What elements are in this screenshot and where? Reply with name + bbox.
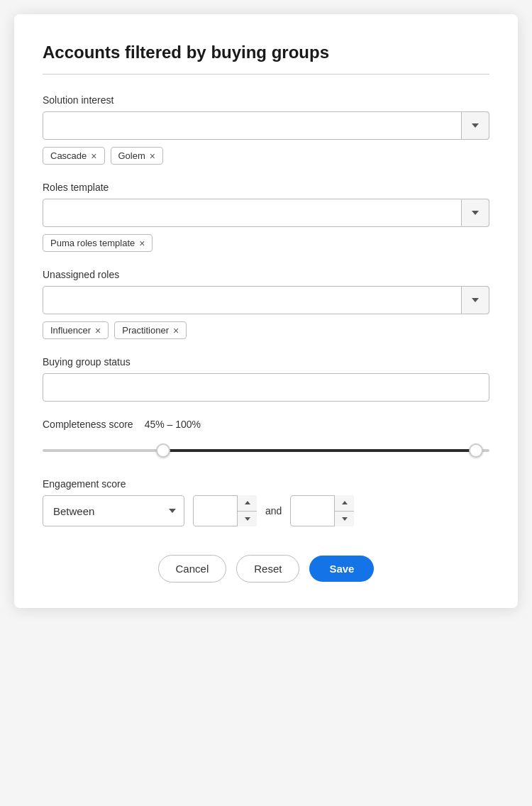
- chevron-down-icon: [472, 211, 479, 215]
- engagement-operator-wrapper: Between Less than Greater than Equal to: [43, 495, 184, 526]
- modal-title: Accounts filtered by buying groups: [43, 43, 489, 62]
- unassigned-roles-tags: Influencer × Practitioner ×: [43, 321, 489, 339]
- tag-golem: Golem ×: [111, 147, 163, 165]
- roles-template-select-wrapper: [43, 199, 489, 227]
- tag-puma: Puma roles template ×: [43, 234, 153, 252]
- arrow-down-icon: [342, 517, 348, 521]
- roles-template-group: Roles template Puma roles template ×: [43, 182, 489, 252]
- buying-group-status-label: Buying group status: [43, 356, 489, 368]
- completeness-score-header: Completeness score 45% – 100%: [43, 419, 489, 430]
- engagement-score-group: Engagement score Between Less than Great…: [43, 478, 489, 526]
- slider-thumb-max[interactable]: [469, 443, 483, 458]
- engagement-value2-increment[interactable]: [335, 495, 354, 512]
- save-button[interactable]: Save: [309, 556, 374, 582]
- tag-golem-label: Golem: [118, 150, 145, 161]
- solution-interest-group: Solution interest Cascade × Golem ×: [43, 94, 489, 165]
- slider-fill: [163, 449, 476, 452]
- and-label: and: [265, 505, 282, 517]
- unassigned-roles-label: Unassigned roles: [43, 269, 489, 280]
- solution-interest-label: Solution interest: [43, 94, 489, 106]
- arrow-up-icon: [245, 501, 250, 504]
- engagement-value1-decrement[interactable]: [238, 512, 257, 527]
- roles-template-input[interactable]: [43, 199, 489, 227]
- solution-interest-chevron-button[interactable]: [461, 111, 489, 140]
- engagement-value1-wrapper: [193, 495, 257, 526]
- tag-influencer-label: Influencer: [50, 325, 91, 336]
- buying-group-status-input[interactable]: [43, 373, 489, 402]
- tag-golem-remove[interactable]: ×: [150, 151, 155, 161]
- arrow-up-icon: [342, 501, 348, 504]
- engagement-score-label: Engagement score: [43, 478, 489, 490]
- chevron-down-icon: [472, 123, 479, 128]
- completeness-score-label: Completeness score: [43, 419, 133, 430]
- engagement-score-row: Between Less than Greater than Equal to: [43, 495, 489, 526]
- unassigned-roles-select-wrapper: [43, 286, 489, 314]
- solution-interest-tags: Cascade × Golem ×: [43, 147, 489, 165]
- unassigned-roles-input[interactable]: [43, 286, 489, 314]
- roles-template-tags: Puma roles template ×: [43, 234, 489, 252]
- completeness-score-group: Completeness score 45% – 100%: [43, 419, 489, 461]
- tag-practitioner: Practitioner ×: [114, 321, 187, 339]
- solution-interest-select-wrapper: [43, 111, 489, 140]
- slider-thumb-min[interactable]: [156, 443, 170, 458]
- unassigned-roles-chevron-button[interactable]: [461, 286, 489, 314]
- tag-influencer-remove[interactable]: ×: [95, 326, 101, 336]
- tag-influencer: Influencer ×: [43, 321, 109, 339]
- divider: [43, 74, 489, 74]
- tag-cascade-remove[interactable]: ×: [91, 151, 96, 161]
- reset-button[interactable]: Reset: [236, 555, 299, 583]
- engagement-operator-select[interactable]: Between Less than Greater than Equal to: [43, 495, 184, 526]
- unassigned-roles-group: Unassigned roles Influencer × Practition…: [43, 269, 489, 339]
- modal-container: Accounts filtered by buying groups Solut…: [14, 14, 518, 608]
- roles-template-label: Roles template: [43, 182, 489, 193]
- cancel-button[interactable]: Cancel: [158, 555, 227, 583]
- engagement-value1-increment[interactable]: [238, 495, 257, 512]
- engagement-value2-steppers: [334, 495, 354, 526]
- completeness-score-slider[interactable]: [43, 440, 489, 461]
- solution-interest-input[interactable]: [43, 111, 489, 140]
- engagement-value2-decrement[interactable]: [335, 512, 354, 527]
- chevron-down-icon: [472, 298, 479, 302]
- tag-cascade-label: Cascade: [50, 150, 87, 161]
- completeness-score-range: 45% – 100%: [145, 419, 201, 430]
- buying-group-status-group: Buying group status: [43, 356, 489, 402]
- tag-puma-label: Puma roles template: [50, 238, 135, 248]
- modal-footer: Cancel Reset Save: [43, 555, 489, 583]
- tag-practitioner-label: Practitioner: [122, 325, 169, 336]
- tag-cascade: Cascade ×: [43, 147, 105, 165]
- tag-puma-remove[interactable]: ×: [139, 238, 145, 248]
- tag-practitioner-remove[interactable]: ×: [173, 326, 179, 336]
- arrow-down-icon: [245, 517, 250, 521]
- engagement-value1-steppers: [237, 495, 257, 526]
- roles-template-chevron-button[interactable]: [461, 199, 489, 227]
- engagement-value2-wrapper: [290, 495, 354, 526]
